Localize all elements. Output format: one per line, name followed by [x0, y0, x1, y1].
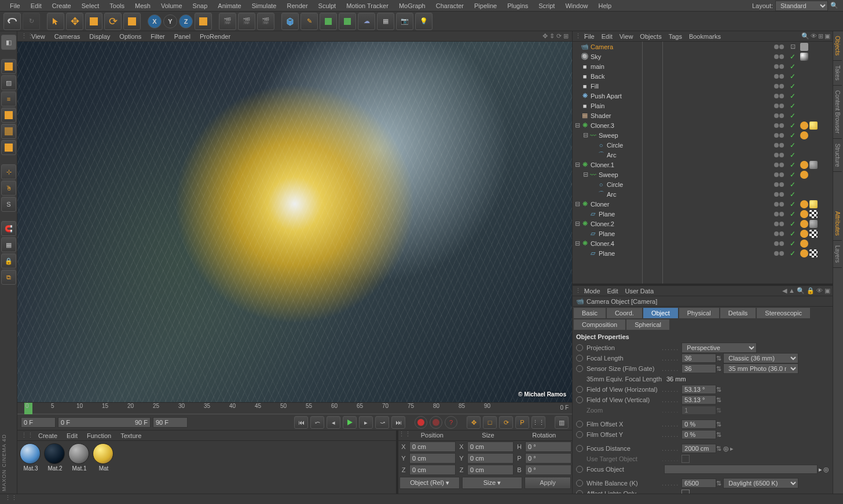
tag-icon[interactable] — [809, 249, 818, 257]
tag-icon[interactable] — [809, 161, 818, 169]
check-icon[interactable]: ✓ — [790, 249, 796, 257]
visibility-dots[interactable] — [770, 202, 787, 207]
anim-dot[interactable] — [576, 365, 583, 372]
link-icon[interactable]: ⊡ — [790, 43, 796, 50]
viewport[interactable]: © Michael Ramos — [17, 42, 572, 402]
tag-icon[interactable] — [800, 240, 808, 248]
play-button[interactable] — [343, 416, 357, 429]
nav-orbit-icon[interactable]: ⟳ — [556, 32, 562, 40]
tag-icon[interactable] — [809, 122, 818, 130]
check-icon[interactable]: ✓ — [790, 102, 796, 110]
om-view[interactable]: View — [616, 32, 637, 41]
attr-tab[interactable]: Composition — [574, 319, 625, 330]
menu-mograph[interactable]: MoGraph — [394, 1, 431, 11]
check-icon[interactable]: ✓ — [790, 122, 796, 130]
tag-icon[interactable] — [800, 200, 808, 208]
property-checkbox[interactable] — [681, 455, 690, 463]
size-input[interactable]: 0 cm — [467, 453, 514, 463]
visibility-dots[interactable] — [770, 143, 787, 148]
last-tool[interactable] — [123, 13, 141, 30]
check-icon[interactable]: ✓ — [790, 181, 796, 189]
tweak-mode[interactable]: 🖱 — [1, 181, 16, 196]
tag-icon[interactable] — [800, 171, 808, 179]
axis-z[interactable]: Z — [179, 14, 193, 28]
om-tags[interactable]: Tags — [665, 32, 686, 41]
object-row[interactable]: ■Back✓ — [573, 71, 833, 81]
property-preset[interactable]: Daylight (6500 K) — [723, 478, 798, 488]
am-mode[interactable]: Mode — [581, 286, 604, 296]
object-row[interactable]: ■main✓ — [573, 61, 833, 71]
property-checkbox[interactable] — [681, 490, 690, 494]
arrow-icon[interactable]: ▸ — [730, 445, 734, 453]
rotation-input[interactable]: 0 ° — [525, 465, 571, 475]
record-button[interactable] — [415, 416, 427, 429]
check-icon[interactable]: ✓ — [790, 53, 796, 61]
expand-icon[interactable]: ⊟ — [575, 220, 581, 227]
expand-icon[interactable]: ⊟ — [583, 131, 589, 139]
picker-icon[interactable]: ◎ — [723, 445, 729, 453]
om-edit[interactable]: Edit — [598, 32, 616, 41]
check-icon[interactable]: ✓ — [790, 171, 796, 179]
check-icon[interactable]: ✓ — [790, 230, 796, 238]
check-icon[interactable]: ✓ — [790, 161, 796, 169]
generator-tool[interactable] — [320, 13, 337, 30]
object-row[interactable]: ⊟❋Cloner.1✓ — [573, 160, 833, 170]
check-icon[interactable]: ✓ — [790, 82, 796, 90]
tag-icon[interactable] — [800, 249, 808, 257]
check-icon[interactable]: ✓ — [790, 220, 796, 228]
menu-volume[interactable]: Volume — [156, 1, 188, 11]
menu-create[interactable]: Create — [47, 1, 76, 11]
visibility-dots[interactable] — [770, 192, 787, 197]
object-mode[interactable] — [1, 59, 16, 74]
move-tool[interactable]: ✥ — [66, 13, 83, 30]
expand-icon[interactable]: ⊟ — [575, 161, 581, 168]
tab-layers[interactable]: Layers — [833, 241, 842, 268]
tag-icon[interactable] — [800, 131, 808, 139]
visibility-dots[interactable] — [770, 241, 787, 246]
timeline-ruler[interactable]: 0 5 10 15 20 25 30 35 40 45 50 55 60 65 … — [17, 403, 572, 414]
rotate-tool[interactable]: ⟳ — [104, 13, 122, 30]
key-pos[interactable]: ✥ — [467, 416, 481, 429]
picker-icon[interactable]: ▸ — [819, 466, 822, 473]
property-input[interactable]: 53.13 ° — [681, 395, 716, 404]
menu-simulate[interactable]: Simulate — [247, 1, 282, 11]
material-item[interactable]: Mat.1 — [68, 443, 90, 472]
visibility-dots[interactable] — [770, 64, 787, 69]
tag-icon[interactable] — [800, 230, 808, 238]
object-row[interactable]: ⊟❋Cloner.3✓ — [573, 120, 833, 130]
menu-select[interactable]: Select — [76, 1, 105, 11]
property-preset[interactable]: Classic (36 mm) — [723, 353, 798, 363]
max-icon[interactable]: ▣ — [824, 287, 830, 295]
anim-dot[interactable] — [576, 445, 583, 452]
menu-motion-tracker[interactable]: Motion Tracker — [341, 1, 394, 11]
visibility-dots[interactable] — [770, 113, 787, 118]
autokey-button[interactable] — [430, 416, 442, 429]
vmenu-options[interactable]: Options — [115, 32, 146, 41]
timeline-window[interactable]: ▥ — [555, 416, 569, 429]
check-icon[interactable]: ✓ — [790, 112, 796, 120]
property-input[interactable]: 1 — [681, 406, 716, 415]
attr-tab[interactable]: Details — [720, 308, 756, 318]
prev-key[interactable]: ⤺ — [310, 416, 324, 429]
max-icon[interactable]: ▣ — [824, 32, 830, 40]
am-userdata[interactable]: User Data — [622, 286, 658, 296]
object-row[interactable]: ⊟〰Sweep✓ — [573, 170, 833, 179]
tag-icon[interactable] — [800, 161, 808, 169]
check-icon[interactable]: ✓ — [790, 210, 796, 218]
property-input[interactable]: 6500 — [681, 479, 716, 488]
anim-dot[interactable] — [576, 431, 583, 438]
snap-mode[interactable]: S — [1, 197, 16, 212]
visibility-dots[interactable] — [770, 84, 787, 89]
attr-tab[interactable]: Object — [643, 308, 678, 318]
grip-icon[interactable]: ⋮⋮ — [21, 32, 27, 40]
key-pla[interactable]: ⋮⋮ — [532, 416, 545, 429]
menu-pipeline[interactable]: Pipeline — [469, 1, 502, 11]
layout-icon[interactable]: ⊞ — [818, 32, 823, 40]
goto-start[interactable]: ⏮ — [294, 416, 308, 429]
frame-range-slider[interactable]: 0 F90 F — [58, 417, 151, 428]
menu-sculpt[interactable]: Sculpt — [313, 1, 342, 11]
menu-window[interactable]: Window — [560, 1, 593, 11]
environment-tool[interactable]: ☁ — [358, 13, 375, 30]
redo-button[interactable]: ↻ — [23, 13, 40, 30]
next-key[interactable]: ⤻ — [375, 416, 389, 429]
